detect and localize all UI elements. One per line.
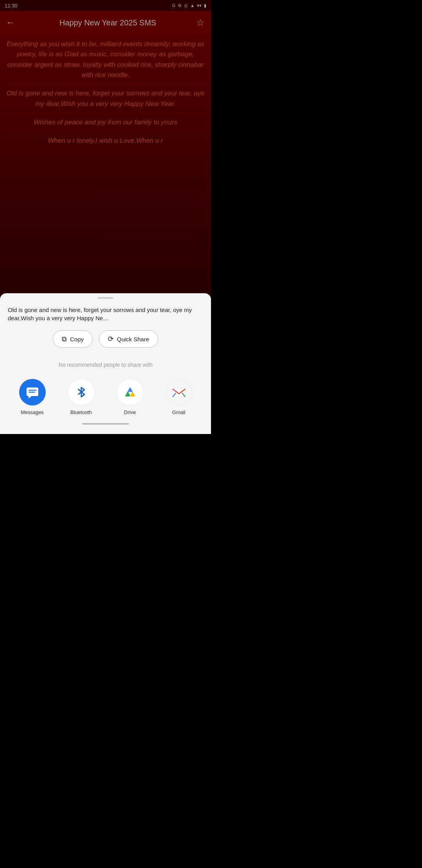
gmail-svg xyxy=(171,384,187,400)
bottom-sheet: Old is gone and new is here, forget your… xyxy=(0,293,211,434)
drive-icon xyxy=(117,379,143,405)
messages-label: Messages xyxy=(21,409,44,415)
quick-share-icon: ⟳ xyxy=(108,335,114,343)
svg-marker-13 xyxy=(125,392,130,397)
copy-button[interactable]: ⧉ Copy xyxy=(53,330,93,348)
app-item-gmail[interactable]: Gmail xyxy=(161,379,197,415)
svg-marker-15 xyxy=(127,387,132,392)
copy-label: Copy xyxy=(70,336,84,343)
svg-marker-14 xyxy=(130,392,135,397)
selected-text-preview: Old is gone and new is here, forget your… xyxy=(0,299,211,328)
bluetooth-icon xyxy=(68,379,95,405)
bluetooth-svg xyxy=(74,385,88,399)
svg-rect-16 xyxy=(173,388,185,397)
no-recommendations-text: No recommended people to share with xyxy=(0,354,211,379)
drive-label: Drive xyxy=(124,409,136,415)
gmail-label: Gmail xyxy=(172,409,186,415)
action-buttons-row: ⧉ Copy ⟳ Quick Share xyxy=(0,327,211,354)
quick-share-button[interactable]: ⟳ Quick Share xyxy=(99,330,158,348)
drive-svg xyxy=(123,385,137,399)
quick-share-label: Quick Share xyxy=(117,336,149,343)
messages-svg xyxy=(25,385,39,399)
gmail-icon xyxy=(166,379,192,405)
bluetooth-label: Bluetooth xyxy=(70,409,92,415)
copy-icon: ⧉ xyxy=(62,335,67,343)
messages-icon xyxy=(19,379,46,405)
home-indicator xyxy=(82,423,129,425)
apps-row: Messages Bluetooth xyxy=(0,379,211,421)
app-item-messages[interactable]: Messages xyxy=(15,379,50,415)
app-item-drive[interactable]: Drive xyxy=(113,379,148,415)
svg-marker-1 xyxy=(29,396,32,398)
app-item-bluetooth[interactable]: Bluetooth xyxy=(64,379,99,415)
